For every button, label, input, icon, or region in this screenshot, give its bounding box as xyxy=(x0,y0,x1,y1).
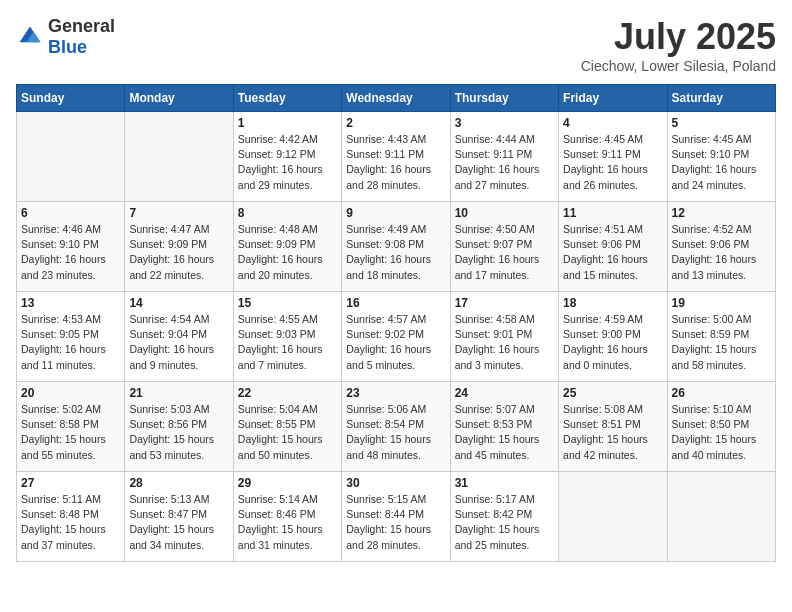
day-number: 2 xyxy=(346,116,445,130)
calendar-week-row: 27 Sunrise: 5:11 AMSunset: 8:48 PMDaylig… xyxy=(17,472,776,562)
day-info: Sunrise: 5:06 AMSunset: 8:54 PMDaylight:… xyxy=(346,402,445,463)
day-info: Sunrise: 5:11 AMSunset: 8:48 PMDaylight:… xyxy=(21,492,120,553)
day-header-monday: Monday xyxy=(125,85,233,112)
calendar-cell: 23 Sunrise: 5:06 AMSunset: 8:54 PMDaylig… xyxy=(342,382,450,472)
day-header-saturday: Saturday xyxy=(667,85,775,112)
calendar-week-row: 20 Sunrise: 5:02 AMSunset: 8:58 PMDaylig… xyxy=(17,382,776,472)
day-number: 13 xyxy=(21,296,120,310)
day-info: Sunrise: 5:02 AMSunset: 8:58 PMDaylight:… xyxy=(21,402,120,463)
day-number: 18 xyxy=(563,296,662,310)
day-info: Sunrise: 4:54 AMSunset: 9:04 PMDaylight:… xyxy=(129,312,228,373)
day-number: 1 xyxy=(238,116,337,130)
day-info: Sunrise: 5:13 AMSunset: 8:47 PMDaylight:… xyxy=(129,492,228,553)
day-info: Sunrise: 4:49 AMSunset: 9:08 PMDaylight:… xyxy=(346,222,445,283)
day-number: 7 xyxy=(129,206,228,220)
day-header-tuesday: Tuesday xyxy=(233,85,341,112)
calendar-cell: 13 Sunrise: 4:53 AMSunset: 9:05 PMDaylig… xyxy=(17,292,125,382)
calendar-cell: 11 Sunrise: 4:51 AMSunset: 9:06 PMDaylig… xyxy=(559,202,667,292)
calendar-cell: 3 Sunrise: 4:44 AMSunset: 9:11 PMDayligh… xyxy=(450,112,558,202)
calendar-cell xyxy=(667,472,775,562)
calendar-week-row: 13 Sunrise: 4:53 AMSunset: 9:05 PMDaylig… xyxy=(17,292,776,382)
day-info: Sunrise: 5:08 AMSunset: 8:51 PMDaylight:… xyxy=(563,402,662,463)
day-info: Sunrise: 5:03 AMSunset: 8:56 PMDaylight:… xyxy=(129,402,228,463)
day-number: 6 xyxy=(21,206,120,220)
calendar-cell xyxy=(559,472,667,562)
calendar-cell: 9 Sunrise: 4:49 AMSunset: 9:08 PMDayligh… xyxy=(342,202,450,292)
logo-blue: Blue xyxy=(48,37,87,57)
calendar-cell: 19 Sunrise: 5:00 AMSunset: 8:59 PMDaylig… xyxy=(667,292,775,382)
calendar-cell: 1 Sunrise: 4:42 AMSunset: 9:12 PMDayligh… xyxy=(233,112,341,202)
calendar-cell: 18 Sunrise: 4:59 AMSunset: 9:00 PMDaylig… xyxy=(559,292,667,382)
calendar-table: SundayMondayTuesdayWednesdayThursdayFrid… xyxy=(16,84,776,562)
calendar-cell: 5 Sunrise: 4:45 AMSunset: 9:10 PMDayligh… xyxy=(667,112,775,202)
calendar-cell xyxy=(17,112,125,202)
calendar-cell: 16 Sunrise: 4:57 AMSunset: 9:02 PMDaylig… xyxy=(342,292,450,382)
day-info: Sunrise: 4:59 AMSunset: 9:00 PMDaylight:… xyxy=(563,312,662,373)
day-header-friday: Friday xyxy=(559,85,667,112)
day-number: 11 xyxy=(563,206,662,220)
day-number: 8 xyxy=(238,206,337,220)
day-number: 29 xyxy=(238,476,337,490)
day-info: Sunrise: 5:04 AMSunset: 8:55 PMDaylight:… xyxy=(238,402,337,463)
day-info: Sunrise: 5:17 AMSunset: 8:42 PMDaylight:… xyxy=(455,492,554,553)
calendar-cell: 26 Sunrise: 5:10 AMSunset: 8:50 PMDaylig… xyxy=(667,382,775,472)
logo-icon xyxy=(16,23,44,51)
day-number: 16 xyxy=(346,296,445,310)
day-number: 19 xyxy=(672,296,771,310)
day-number: 26 xyxy=(672,386,771,400)
day-header-thursday: Thursday xyxy=(450,85,558,112)
day-number: 30 xyxy=(346,476,445,490)
day-info: Sunrise: 5:10 AMSunset: 8:50 PMDaylight:… xyxy=(672,402,771,463)
day-info: Sunrise: 4:57 AMSunset: 9:02 PMDaylight:… xyxy=(346,312,445,373)
day-info: Sunrise: 5:00 AMSunset: 8:59 PMDaylight:… xyxy=(672,312,771,373)
day-info: Sunrise: 5:07 AMSunset: 8:53 PMDaylight:… xyxy=(455,402,554,463)
calendar-cell: 30 Sunrise: 5:15 AMSunset: 8:44 PMDaylig… xyxy=(342,472,450,562)
calendar-header-row: SundayMondayTuesdayWednesdayThursdayFrid… xyxy=(17,85,776,112)
logo: General Blue xyxy=(16,16,115,58)
title-block: July 2025 Ciechow, Lower Silesia, Poland xyxy=(581,16,776,74)
day-header-wednesday: Wednesday xyxy=(342,85,450,112)
calendar-week-row: 1 Sunrise: 4:42 AMSunset: 9:12 PMDayligh… xyxy=(17,112,776,202)
day-number: 10 xyxy=(455,206,554,220)
day-info: Sunrise: 4:45 AMSunset: 9:10 PMDaylight:… xyxy=(672,132,771,193)
calendar-cell: 14 Sunrise: 4:54 AMSunset: 9:04 PMDaylig… xyxy=(125,292,233,382)
logo-text: General Blue xyxy=(48,16,115,58)
day-number: 28 xyxy=(129,476,228,490)
day-number: 3 xyxy=(455,116,554,130)
day-number: 31 xyxy=(455,476,554,490)
calendar-cell: 20 Sunrise: 5:02 AMSunset: 8:58 PMDaylig… xyxy=(17,382,125,472)
calendar-cell: 31 Sunrise: 5:17 AMSunset: 8:42 PMDaylig… xyxy=(450,472,558,562)
day-info: Sunrise: 4:47 AMSunset: 9:09 PMDaylight:… xyxy=(129,222,228,283)
day-number: 17 xyxy=(455,296,554,310)
day-info: Sunrise: 4:58 AMSunset: 9:01 PMDaylight:… xyxy=(455,312,554,373)
calendar-cell xyxy=(125,112,233,202)
page-header: General Blue July 2025 Ciechow, Lower Si… xyxy=(16,16,776,74)
day-info: Sunrise: 4:50 AMSunset: 9:07 PMDaylight:… xyxy=(455,222,554,283)
day-info: Sunrise: 4:52 AMSunset: 9:06 PMDaylight:… xyxy=(672,222,771,283)
calendar-cell: 10 Sunrise: 4:50 AMSunset: 9:07 PMDaylig… xyxy=(450,202,558,292)
day-number: 24 xyxy=(455,386,554,400)
day-info: Sunrise: 4:44 AMSunset: 9:11 PMDaylight:… xyxy=(455,132,554,193)
day-number: 23 xyxy=(346,386,445,400)
day-info: Sunrise: 5:15 AMSunset: 8:44 PMDaylight:… xyxy=(346,492,445,553)
day-number: 25 xyxy=(563,386,662,400)
calendar-cell: 6 Sunrise: 4:46 AMSunset: 9:10 PMDayligh… xyxy=(17,202,125,292)
calendar-cell: 12 Sunrise: 4:52 AMSunset: 9:06 PMDaylig… xyxy=(667,202,775,292)
calendar-cell: 27 Sunrise: 5:11 AMSunset: 8:48 PMDaylig… xyxy=(17,472,125,562)
calendar-cell: 28 Sunrise: 5:13 AMSunset: 8:47 PMDaylig… xyxy=(125,472,233,562)
calendar-week-row: 6 Sunrise: 4:46 AMSunset: 9:10 PMDayligh… xyxy=(17,202,776,292)
day-number: 4 xyxy=(563,116,662,130)
calendar-cell: 24 Sunrise: 5:07 AMSunset: 8:53 PMDaylig… xyxy=(450,382,558,472)
day-info: Sunrise: 4:48 AMSunset: 9:09 PMDaylight:… xyxy=(238,222,337,283)
day-info: Sunrise: 4:43 AMSunset: 9:11 PMDaylight:… xyxy=(346,132,445,193)
calendar-cell: 17 Sunrise: 4:58 AMSunset: 9:01 PMDaylig… xyxy=(450,292,558,382)
calendar-cell: 7 Sunrise: 4:47 AMSunset: 9:09 PMDayligh… xyxy=(125,202,233,292)
calendar-cell: 21 Sunrise: 5:03 AMSunset: 8:56 PMDaylig… xyxy=(125,382,233,472)
day-info: Sunrise: 4:45 AMSunset: 9:11 PMDaylight:… xyxy=(563,132,662,193)
day-number: 14 xyxy=(129,296,228,310)
day-number: 5 xyxy=(672,116,771,130)
calendar-cell: 8 Sunrise: 4:48 AMSunset: 9:09 PMDayligh… xyxy=(233,202,341,292)
day-number: 21 xyxy=(129,386,228,400)
calendar-cell: 22 Sunrise: 5:04 AMSunset: 8:55 PMDaylig… xyxy=(233,382,341,472)
calendar-cell: 15 Sunrise: 4:55 AMSunset: 9:03 PMDaylig… xyxy=(233,292,341,382)
